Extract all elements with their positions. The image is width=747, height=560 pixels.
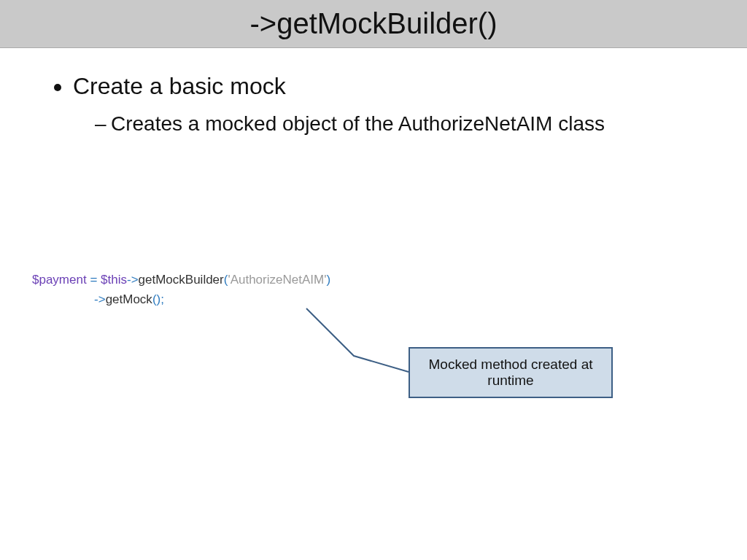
- bullet-list-top: Create a basic mock Creates a mocked obj…: [44, 73, 703, 138]
- code-token-string: 'AuthorizeNetAIM': [228, 273, 326, 287]
- code-token-indent: [32, 292, 94, 306]
- callout-box: Mocked method created at runtime: [409, 347, 613, 398]
- code-block: $payment = $this->getMockBuilder('Author…: [32, 270, 330, 309]
- slide-title: ->getMockBuilder(): [249, 7, 497, 40]
- code-token-op: =: [87, 273, 101, 287]
- code-token-var: $payment: [32, 273, 87, 287]
- code-token-arrow: ->: [127, 273, 139, 287]
- bullet-list-sub: Creates a mocked object of the Authorize…: [73, 110, 703, 138]
- bullet-sub-text: Creates a mocked object of the Authorize…: [111, 112, 605, 135]
- code-token-call: getMockBuilder: [139, 273, 224, 287]
- bullet-top-text: Create a basic mock: [73, 73, 286, 99]
- slide-title-bar: ->getMockBuilder(): [0, 0, 747, 48]
- code-token-arrow: ->: [94, 292, 106, 306]
- slide-content: Create a basic mock Creates a mocked obj…: [0, 48, 747, 138]
- code-token-paren: ): [326, 273, 330, 287]
- bullet-sub-item: Creates a mocked object of the Authorize…: [95, 110, 703, 138]
- code-token-call: getMock: [106, 292, 152, 306]
- callout-text: Mocked method created at runtime: [420, 357, 601, 389]
- code-token-paren: ();: [152, 292, 164, 306]
- code-token-var: $this: [101, 273, 127, 287]
- bullet-top-item: Create a basic mock Creates a mocked obj…: [73, 73, 703, 138]
